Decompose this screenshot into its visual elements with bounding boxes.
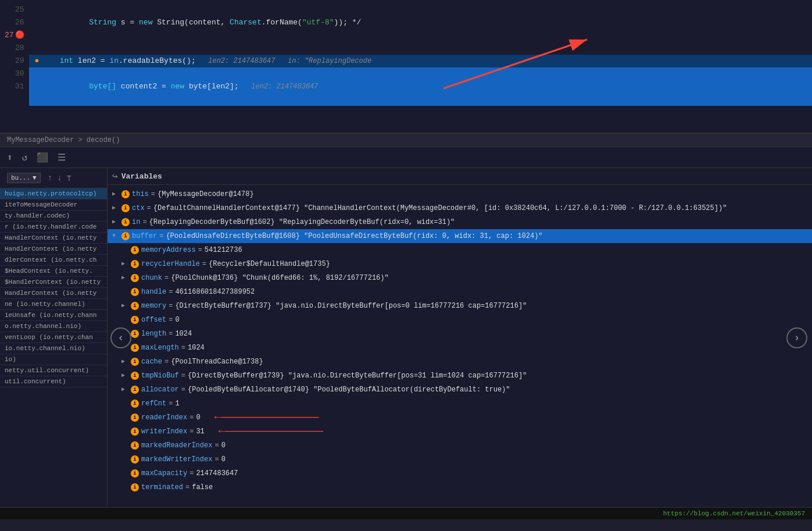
info-icon: i [131,386,139,394]
var-recyclerHandle[interactable]: ▶ i recyclerHandle = {Recycler$DefaultHa… [108,257,812,271]
info-icon: i [131,455,139,464]
var-name: chunk [141,272,162,284]
stack-item-3[interactable]: r (io.netty.handler.code [0,222,107,233]
step-over-btn[interactable]: ↺ [20,151,30,165]
var-value: 0 [196,412,200,423]
info-icon: i [131,330,139,338]
var-name: handle [141,286,166,298]
right-nav-button[interactable]: › [786,327,807,348]
line-num-29: 29 [5,55,24,67]
var-maxLength[interactable]: i maxLength = 1024 [108,341,812,355]
var-name: memoryAddress [141,244,196,256]
info-icon: i [131,302,139,310]
left-nav-button[interactable]: ‹ [110,327,131,348]
var-refCnt[interactable]: i refCnt = 1 [108,397,812,411]
step-out-btn[interactable]: ⬆ [5,151,15,165]
code-line-26 [29,42,812,55]
var-value: {PoolChunk@1736} "Chunk(d6fed66: 1%, 819… [171,272,388,284]
variables-panel: ↪ Variables ▶ i this = {MyMessageDecoder… [108,168,812,507]
stack-item-2[interactable]: ty.handler.codec) [0,211,107,222]
var-tmpNioBuf[interactable]: ▶ i tmpNioBuf = {DirectByteBuffer@1739} … [108,369,812,383]
var-markedWriterIndex[interactable]: i markedWriterIndex = 0 [108,452,812,466]
var-allocator[interactable]: ▶ i allocator = {PooledByteBufAllocator@… [108,383,812,397]
var-name: refCnt [141,398,166,409]
frame-selector[interactable]: bu... ▼ [7,173,41,183]
stack-item-7[interactable]: $HeadContext (io.netty. [0,266,107,277]
debug-panels: bu... ▼ ↑ ↓ ⊤ huigu.netty.protocoltcp) i… [0,168,812,507]
breadcrumb-class: MyMessageDecoder > decode() [7,136,120,144]
stack-item-14[interactable]: io.netty.channel.nio) [0,343,107,354]
code-editor: 25 26 27 🔴 28 29 30 31 String s = new St… [0,0,812,134]
stack-item-16[interactable]: netty.util.concurrent) [0,365,107,376]
stack-item-9[interactable]: HandlerContext (io.netty [0,288,107,299]
code-line-25: String s = new String(content, Charset.f… [29,3,812,42]
var-chunk[interactable]: ▶ i chunk = {PoolChunk@1736} "Chunk(d6fe… [108,271,812,285]
var-name: offset [141,314,166,326]
info-icon: i [131,469,139,477]
var-offset[interactable]: i offset = 0 [108,313,812,327]
var-name: ctx [132,202,145,214]
var-writerIndex[interactable]: i writerIndex = 31 ←—————————————— [108,425,812,439]
var-value: 0 [221,440,226,451]
var-name: this [132,188,149,200]
reader-index-arrow: ←—————————————— [214,412,319,423]
var-value: {DefaultChannelHandlerContext@1477} "Cha… [153,202,727,214]
stop-btn[interactable]: ⬛ [34,151,51,165]
var-readerIndex[interactable]: i readerIndex = 0 ←—————————————— [108,411,812,425]
stack-item-17[interactable]: util.concurrent) [0,376,107,387]
var-buffer[interactable]: ▼ i buffer = {PooledUnsafeDirectByteBuf@… [108,229,812,243]
var-value: 1024 [175,328,192,340]
var-value: 4611686018427389952 [175,286,255,298]
line-num-30: 30 [5,67,24,80]
expand-icon [121,440,128,451]
var-ctx[interactable]: ▶ i ctx = {DefaultChannelHandlerContext@… [108,201,812,215]
line-numbers: 25 26 27 🔴 28 29 30 31 [0,0,29,133]
nav-up-btn[interactable]: ↑ [46,172,53,184]
stack-item-5[interactable]: HandlerContext (io.netty [0,244,107,255]
panel-nav: bu... ▼ ↑ ↓ ⊤ [0,168,107,188]
info-icon: i [131,246,139,254]
breadcrumb: MyMessageDecoder > decode() [0,134,812,147]
filter-btn[interactable]: ⊤ [65,172,72,184]
var-memory[interactable]: ▶ i memory = {DirectByteBuffer@1737} "ja… [108,299,812,313]
info-icon: i [131,316,139,324]
stack-item-12[interactable]: o.netty.channel.nio) [0,321,107,332]
var-cache[interactable]: ▶ i cache = {PoolThreadCache@1738} [108,355,812,369]
var-value: false [192,482,213,493]
expand-icon: ▶ [112,188,119,200]
stack-item-4[interactable]: HandlerContext (io.netty [0,233,107,244]
stack-item-13[interactable]: ventLoop (io.netty.chan [0,332,107,343]
var-length[interactable]: i length = 1024 [108,327,812,341]
var-in[interactable]: ▶ i in = {ReplayingDecoderByteBuf@1602} … [108,215,812,229]
line-num-25: 25 [5,3,24,16]
var-markedReaderIndex[interactable]: i markedReaderIndex = 0 [108,439,812,452]
stack-item-15[interactable]: io) [0,354,107,365]
stack-item-10[interactable]: ne (io.netty.channel) [0,299,107,310]
expand-icon [121,468,128,479]
var-memoryAddress[interactable]: i memoryAddress = 541212736 [108,243,812,257]
stack-item-0[interactable]: huigu.netty.protocoltcp) [0,188,107,199]
var-value: {Recycler$DefaultHandle@1735} [209,258,330,270]
info-icon: i [131,288,139,296]
var-name: terminated [141,482,183,493]
var-value: {PoolThreadCache@1738} [171,356,263,368]
expand-icon: ▶ [112,216,119,228]
var-maxCapacity[interactable]: i maxCapacity = 2147483647 [108,466,812,480]
code-content: String s = new String(content, Charset.f… [29,0,812,133]
stack-item-11[interactable]: ieUnsafe (io.netty.chann [0,310,107,321]
stack-item-1[interactable]: iteToMessageDecoder [0,199,107,211]
code-line-27: ● int len2 = in.readableBytes(); len2: 2… [29,55,812,67]
expand-icon [121,426,128,437]
var-terminated[interactable]: i terminated = false [108,480,812,494]
info-icon: i [121,232,130,240]
info-icon: i [131,358,139,366]
stack-item-8[interactable]: $HandlerContext (io.netty [0,277,107,288]
var-handle[interactable]: i handle = 4611686018427389952 [108,285,812,299]
var-this[interactable]: ▶ i this = {MyMessageDecoder@1478} [108,187,812,201]
var-name: memory [141,300,166,312]
stack-item-6[interactable]: dlerContext (io.netty.ch [0,255,107,266]
call-stack-panel: bu... ▼ ↑ ↓ ⊤ huigu.netty.protocoltcp) i… [0,168,108,507]
menu-btn[interactable]: ☰ [55,151,68,165]
expand-icon: ▶ [121,384,128,395]
nav-down-btn[interactable]: ↓ [56,172,63,184]
